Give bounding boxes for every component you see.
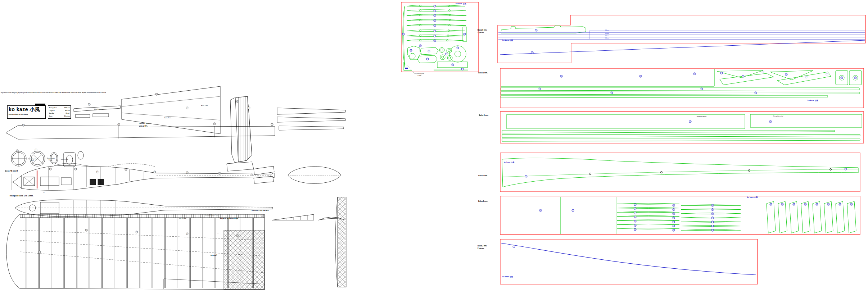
part-marker-number: 2 <box>640 76 641 77</box>
annotation-label: Contrachapado <box>47 158 55 159</box>
part-marker-number: 2 <box>434 10 435 12</box>
plan-marker-number: 5 <box>17 150 18 151</box>
tail-rib-outline <box>617 208 679 209</box>
wing-rib-line <box>152 218 153 288</box>
part-marker-number: 7 <box>786 74 787 75</box>
tail-rib-outline <box>681 213 741 214</box>
cut-sheet-borders <box>401 2 865 284</box>
tail-rib-outline <box>617 228 679 229</box>
annotation-label: Balsa 3 mm. <box>94 109 101 110</box>
plan-marker-number: 25 <box>261 215 263 217</box>
rib-outline <box>407 19 466 21</box>
part-marker-number: 27 <box>828 204 829 205</box>
part-marker-number: 25 <box>805 204 806 205</box>
sheet-balsa2-b <box>500 196 860 235</box>
spec-value: Eléctrico <box>64 115 70 117</box>
plan-marker-number: 14 <box>96 171 98 173</box>
annotation-label: Balsa 2 mm. <box>139 123 149 124</box>
part-marker-number: 19 <box>634 229 636 230</box>
part-marker-number: 17 <box>673 226 674 227</box>
part-marker-number: 13 <box>634 220 636 222</box>
spec-label: Motor <box>49 115 53 117</box>
part-marker-number: 1 <box>635 204 636 205</box>
plan-marker-number: 7 <box>89 104 90 105</box>
part-marker-number: 2 <box>845 168 846 170</box>
annotation-label: ↔ <box>217 232 219 234</box>
annotation-label: Balsa 2 mm. <box>478 245 487 247</box>
part-marker-number: 2 <box>770 121 771 122</box>
annotation-label: Balsa 3 mm. <box>201 105 208 107</box>
part-marker-number: 8 <box>806 76 806 78</box>
annotation-label: Triangular balsa 12 x 12mm. <box>9 195 33 197</box>
part-marker-number: 15 <box>464 33 465 35</box>
rib-outline <box>407 24 466 26</box>
tail-rib-outline <box>681 209 741 210</box>
wing-rib-line <box>76 218 77 288</box>
spec-label: Envergadura <box>49 107 57 109</box>
part-marker-number: 18 <box>420 45 421 46</box>
spec-label: Sup.Alar <box>49 113 54 114</box>
plywood-note-leader <box>412 71 416 74</box>
wing-rib-line <box>164 218 166 288</box>
part-marker-number: 10 <box>634 217 636 218</box>
part-marker-number: 18 <box>712 226 713 227</box>
part-marker-number: 6 <box>434 30 435 32</box>
plan-marker-number: 13 <box>75 168 76 170</box>
part-marker-number: 16 <box>634 225 636 226</box>
fin-strip-outline <box>824 201 833 233</box>
wing-rib-line <box>139 218 140 288</box>
plan-marker-number: 23 <box>237 235 238 236</box>
tail-rib-outline <box>617 224 679 225</box>
part-outlines <box>403 6 862 234</box>
plan-marker-number: 2 <box>118 124 119 125</box>
plan-marker-number: 20 <box>86 229 87 231</box>
spec-row: Longitud 960 mm <box>49 110 70 112</box>
part-marker-number: 9 <box>403 33 404 35</box>
wing-rib-line <box>177 218 178 288</box>
generated-ribs <box>26 5 856 288</box>
part-marker-number: 3 <box>712 205 713 206</box>
part-marker-number: 29 <box>851 204 852 205</box>
tail-rib-outline <box>617 203 679 204</box>
rib-outline <box>407 10 466 12</box>
part-marker-number: 17 <box>462 68 463 70</box>
part-marker-number: 1 <box>690 121 691 122</box>
plan-marker-number: 1 <box>23 124 24 126</box>
annotation-label: 1,5 mm <box>417 75 421 76</box>
part-marker-number: 2 <box>573 210 573 211</box>
annotation-label: 900 mm <box>605 33 609 34</box>
spec-row: Envergadura 2000 mm <box>49 107 70 109</box>
part-marker-number: 24 <box>793 204 795 205</box>
annotation-label: Contrachapado <box>416 73 424 74</box>
spec-row: Motor Eléctrico <box>49 115 70 117</box>
annotation-label: ko kaze 小風 <box>504 162 514 163</box>
plan-marker-number: 9 <box>187 107 187 109</box>
wing-rib-line <box>26 218 27 288</box>
part-marker-number: 11 <box>855 77 856 78</box>
part-marker-number: 1 <box>540 210 541 211</box>
annotation-label: Entrequilla dorsal <box>697 116 706 118</box>
plan-marker-number: 10 <box>237 101 238 102</box>
part-marker-number: 6 <box>763 71 763 73</box>
annotation-label: Balsa 2 mm. <box>478 201 488 203</box>
plan-title: ko kaze 小風 <box>9 106 44 113</box>
sheet-balsa2-a <box>500 153 860 192</box>
part-marker-number: 14 <box>457 47 458 49</box>
part-marker-number: 4 <box>635 208 636 210</box>
part-marker-number: 12 <box>712 217 713 219</box>
fin-strip-outline <box>790 201 799 233</box>
part-marker-number: 12 <box>427 58 428 60</box>
annotation-label: Superficie de montaje <box>220 218 238 219</box>
annotation-label: Costilla A2, balsa 2 mm. <box>205 215 218 216</box>
part-marker-number: 5 <box>743 76 743 77</box>
tail-rib-outline <box>617 220 679 221</box>
tail-rib-outline <box>681 205 741 206</box>
spec-row: Sup.Alar 39 dm² <box>49 113 70 114</box>
plan-marker-number: 24 <box>39 251 40 253</box>
tail-rib-outline <box>681 229 741 231</box>
part-marker-number: 13 <box>611 92 612 94</box>
annotation-label: ko kaze 小風 <box>808 100 818 101</box>
part-marker-number: 20 <box>673 229 674 231</box>
part-marker-number: 16 <box>452 64 453 65</box>
annotation-label: veta a 90°. <box>139 125 148 127</box>
